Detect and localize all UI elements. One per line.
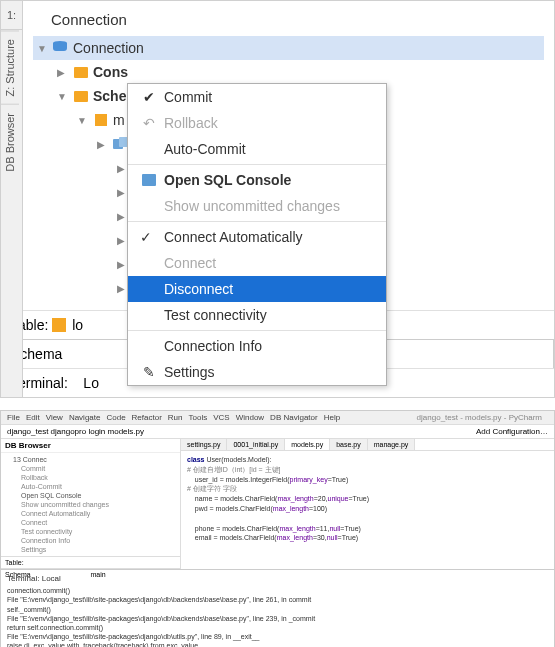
connection-context-menu: ✔Commit ↶Rollback Auto-Commit Open SQL C… — [127, 83, 387, 386]
mini-connection[interactable]: 13 Connec — [5, 455, 176, 464]
tab-models-py[interactable]: models.py — [285, 439, 330, 450]
menu-open-sql-console[interactable]: Open SQL Console — [128, 167, 386, 193]
code-editor[interactable]: class User(models.Model): # 创建自增ID（int）[… — [181, 451, 554, 547]
ide-window: FileEditViewNavigateCodeRefactorRunTools… — [0, 410, 555, 647]
tab-initial-py[interactable]: 0001_initial.py — [227, 439, 285, 450]
menu-test-connectivity[interactable]: Test connectivity — [128, 302, 386, 328]
svg-rect-2 — [142, 174, 156, 186]
console-icon — [140, 174, 158, 186]
chevron-right-icon: ▶ — [57, 67, 69, 78]
tab-structure[interactable]: Z: Structure — [1, 30, 19, 104]
menu-separator — [128, 330, 386, 331]
tab-db-browser[interactable]: DB Browser — [1, 104, 19, 180]
menu-auto-commit[interactable]: Auto-Commit — [128, 136, 386, 162]
terminal-value: Lo — [83, 375, 99, 391]
ide-db-browser-panel: DB Browser 13 Connec Commit Rollback Aut… — [1, 439, 181, 569]
menu-connect-auto[interactable]: ✓Connect Automatically — [128, 224, 386, 250]
editor-tabs: settings.py 0001_initial.py models.py ba… — [181, 439, 554, 451]
tab-settings-py[interactable]: settings.py — [181, 439, 227, 450]
ide-menubar[interactable]: FileEditViewNavigateCodeRefactorRunTools… — [1, 411, 554, 425]
chevron-down-icon: ▼ — [77, 115, 89, 126]
settings-icon: ✎ — [140, 364, 158, 380]
menu-disconnect[interactable]: Disconnect — [128, 276, 386, 302]
menu-separator — [128, 164, 386, 165]
schema-icon — [93, 112, 109, 128]
folder-icon — [73, 88, 89, 104]
add-configuration-button[interactable]: Add Configuration… — [476, 427, 548, 436]
ide-terminal[interactable]: Terminal: Local connection.commit() File… — [1, 569, 554, 647]
left-tool-tabs: 1: Z: Structure DB Browser — [1, 1, 23, 397]
ide-editor: settings.py 0001_initial.py models.py ba… — [181, 439, 554, 569]
menu-settings[interactable]: ✎Settings — [128, 359, 386, 385]
commit-icon: ✔ — [140, 89, 158, 105]
menu-connect: Connect — [128, 250, 386, 276]
main-schema-label: m — [113, 112, 125, 128]
database-icon — [53, 40, 69, 56]
schemas-label: Sche — [93, 88, 126, 104]
chevron-right-icon: ▶ — [97, 139, 109, 150]
tab-base-py[interactable]: base.py — [330, 439, 368, 450]
folder-icon — [73, 64, 89, 80]
tree-connection-root[interactable]: ▼ Connection — [33, 36, 544, 60]
tab-one[interactable]: 1: — [1, 1, 22, 30]
db-browser-panel: 1: Z: Structure DB Browser Connection ▼ … — [0, 0, 555, 398]
menu-commit[interactable]: ✔Commit — [128, 84, 386, 110]
menu-rollback: ↶Rollback — [128, 110, 386, 136]
menu-connection-info[interactable]: Connection Info — [128, 333, 386, 359]
menu-separator — [128, 221, 386, 222]
table-icon — [52, 318, 66, 332]
chevron-down-icon: ▼ — [57, 91, 69, 102]
window-title: django_test - models.py - PyCharm — [417, 413, 542, 422]
ide-breadcrumb: django_test djangopro login models.py Ad… — [1, 425, 554, 439]
consoles-label: Cons — [93, 64, 128, 80]
check-icon: ✓ — [140, 229, 158, 245]
panel-title: Connection — [33, 11, 544, 28]
mini-tree: 13 Connec Commit Rollback Auto-Commit Op… — [1, 453, 180, 556]
tab-manage-py[interactable]: manage.py — [368, 439, 416, 450]
menu-show-uncommitted: Show uncommitted changes — [128, 193, 386, 219]
table-value: lo — [72, 317, 83, 333]
tree-consoles[interactable]: ▶ Cons — [33, 60, 544, 84]
connection-label: Connection — [73, 40, 144, 56]
rollback-icon: ↶ — [140, 115, 158, 131]
db-browser-title: DB Browser — [1, 439, 180, 453]
chevron-down-icon: ▼ — [37, 43, 49, 54]
